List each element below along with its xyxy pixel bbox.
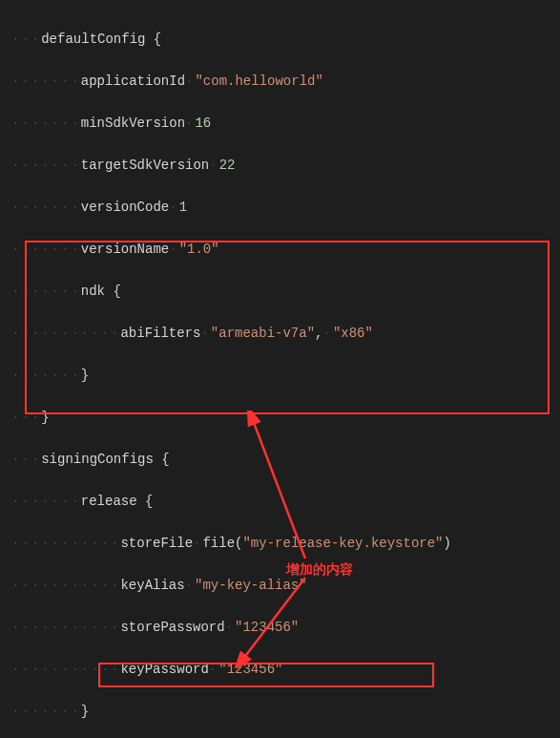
target-sdk-val: 22 xyxy=(219,158,236,173)
key-alias-val: "my-key-alias" xyxy=(195,578,307,593)
min-sdk-key: minSdkVersion xyxy=(81,116,185,131)
store-password-val: "123456" xyxy=(235,620,299,635)
version-code-val: 1 xyxy=(179,200,187,215)
key-password-val: "123456" xyxy=(218,662,282,677)
version-name-val: "1.0" xyxy=(179,242,219,257)
ndk-key: ndk { xyxy=(81,284,121,299)
store-password-key: storePassword xyxy=(120,620,224,635)
close-brace: } xyxy=(81,368,89,383)
application-id-val: "com.helloworld" xyxy=(195,74,322,89)
min-sdk-val: 16 xyxy=(195,116,211,131)
release-header: release { xyxy=(81,494,154,509)
store-file-val: "my-release-key.keystore" xyxy=(242,536,443,551)
key-alias-key: keyAlias xyxy=(120,578,184,593)
annotation-label: 增加的内容 xyxy=(286,559,353,580)
target-sdk-key: targetSdkVersion xyxy=(81,158,209,173)
default-config-header: defaultConfig { xyxy=(41,32,161,47)
code-editor[interactable]: ···defaultConfig { ·······applicationId·… xyxy=(0,0,560,738)
version-code-key: versionCode xyxy=(81,200,169,215)
application-id-key: applicationId xyxy=(81,74,185,89)
key-password-key: keyPassword xyxy=(120,662,208,677)
store-file-key: storeFile xyxy=(120,536,193,551)
abi-filters-key: abiFilters xyxy=(120,326,200,341)
version-name-key: versionName xyxy=(81,242,169,257)
signing-configs-header: signingConfigs { xyxy=(41,452,169,467)
